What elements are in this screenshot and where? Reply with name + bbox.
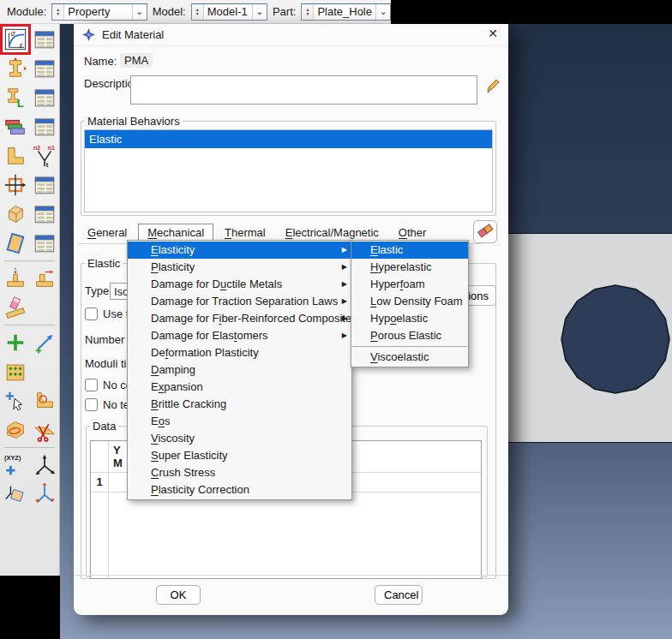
menubar-item-electrical-magnetic[interactable]: Electrical/Magnetic: [277, 224, 387, 241]
model-combo[interactable]: ▲▼ Model-1 ⌄: [191, 3, 267, 21]
menu-item-plasticity[interactable]: Plasticity▶: [128, 259, 351, 276]
module-combo[interactable]: ▲▼ Property ⌄: [51, 3, 147, 21]
create-section-icon[interactable]: [3, 56, 28, 81]
menu-item-damage-for-elastomers[interactable]: Damage for Elastomers▶: [128, 327, 351, 344]
menu-label-post: rittle Cracking: [159, 397, 226, 410]
assign-section-icon[interactable]: L: [3, 85, 28, 110]
menu-item-damping[interactable]: Damping: [128, 361, 351, 379]
menu-item-plasticity-correction[interactable]: Plasticity Correction: [128, 481, 351, 499]
submenu-item-hyperfoam[interactable]: Hyperfoam: [351, 276, 468, 293]
cut-geometry-icon[interactable]: [32, 417, 57, 443]
menu-item-deformation-plasticity[interactable]: Deformation Plasticity: [128, 344, 351, 361]
checkbox-icon[interactable]: [85, 379, 98, 391]
table-row-number: 1: [91, 473, 108, 491]
column-header-line2: M: [113, 457, 123, 469]
create-datum-axis-icon[interactable]: [32, 330, 57, 355]
submenu-arrow-icon: ▶: [342, 310, 347, 327]
table-column-header: Y M: [113, 444, 123, 469]
datum-point-xyz-icon[interactable]: (XYZ): [3, 452, 28, 478]
description-input[interactable]: [130, 75, 477, 105]
create-material-icon[interactable]: σε: [3, 27, 28, 52]
menu-item-damage-for-ductile-metals[interactable]: Damage for Ductile Metals▶: [128, 276, 351, 293]
menubar-item-other[interactable]: Other: [390, 224, 435, 241]
orientation-manager-icon[interactable]: [32, 201, 57, 227]
assign-material-orientation-icon[interactable]: [3, 201, 28, 227]
create-datum-point-icon[interactable]: [3, 330, 28, 355]
dropdown-icon[interactable]: ⌄: [375, 4, 390, 20]
delete-skin-stringer-icon[interactable]: [3, 295, 28, 320]
create-datum-plane-icon[interactable]: [3, 481, 28, 507]
checkbox-icon[interactable]: [85, 398, 98, 411]
create-stringer-icon[interactable]: [32, 266, 57, 291]
submenu-item-viscoelastic[interactable]: Viscoelastic: [351, 349, 468, 366]
create-partition-icon[interactable]: [3, 417, 28, 443]
material-name-value: PMA: [120, 53, 153, 68]
submenu-item-porous-elastic[interactable]: Porous Elastic: [351, 327, 468, 344]
beam-profile-manager-icon[interactable]: [32, 172, 57, 198]
create-skin-stringer-icon[interactable]: [3, 266, 28, 291]
section-assignment-manager-icon[interactable]: [32, 85, 57, 110]
dialog-titlebar[interactable]: Edit Material ✕: [74, 24, 508, 46]
submenu-item-low-density-foam[interactable]: Low Density Foam: [351, 293, 468, 310]
dialog-footer: OK Cancel: [74, 575, 508, 616]
behavior-item-elastic[interactable]: Elastic: [85, 130, 492, 148]
assign-beam-orientation-icon[interactable]: n2n1t: [32, 143, 57, 169]
create-round-fillet-icon[interactable]: [32, 388, 57, 414]
elastic-group-label: Elastic: [85, 257, 123, 270]
menubar-item-thermal[interactable]: Thermal: [216, 224, 274, 241]
menu-label-post: ber-Reinforced Composites: [221, 312, 357, 325]
part-combo[interactable]: ▲▼ Plate_Hole ⌄: [301, 3, 391, 21]
menubar-item-general[interactable]: General: [79, 224, 135, 241]
menubar-label-key: T: [225, 226, 231, 239]
spinner-icon[interactable]: ▲▼: [302, 4, 314, 20]
create-beam-profile-icon[interactable]: [3, 143, 28, 169]
svg-text:ε: ε: [20, 41, 23, 50]
submenu-item-hypoelastic[interactable]: Hypoelastic: [351, 310, 468, 327]
menubar-label-post: ther: [407, 226, 426, 239]
section-manager-icon[interactable]: [32, 56, 57, 81]
material-manager-icon[interactable]: [32, 27, 57, 52]
menu-item-brittle-cracking[interactable]: Brittle Cracking: [128, 396, 351, 413]
dropdown-icon[interactable]: ⌄: [252, 4, 267, 20]
menu-label-post: yperelastic: [378, 260, 431, 273]
edit-vertex-icon[interactable]: [3, 388, 28, 414]
table-column-divider: [108, 441, 109, 578]
menu-item-damage-for-fiber-reinforced-composites[interactable]: Damage for Fiber-Reinforced Composites▶: [128, 310, 351, 327]
skin-manager-icon[interactable]: [32, 230, 57, 256]
menu-item-eos[interactable]: Eos: [128, 413, 351, 430]
menu-label-post: orous Elastic: [378, 329, 441, 342]
menu-label-key: B: [151, 397, 159, 410]
composite-layup-manager-icon[interactable]: [32, 114, 57, 140]
menu-item-expansion[interactable]: Expansion: [128, 379, 351, 396]
data-group-label: Data: [90, 420, 118, 433]
checkbox-icon[interactable]: [85, 308, 98, 320]
menu-item-viscosity[interactable]: Viscosity: [128, 430, 351, 447]
menu-label-post: ctile Metals: [226, 278, 282, 290]
dropdown-icon[interactable]: ⌄: [132, 4, 147, 20]
material-behaviors-list[interactable]: Elastic: [84, 129, 493, 212]
spinner-icon[interactable]: ▲▼: [52, 4, 64, 20]
ok-button[interactable]: OK: [156, 585, 201, 605]
delete-behavior-button[interactable]: [473, 220, 497, 243]
create-skin-icon[interactable]: [3, 230, 28, 256]
create-composite-layup-icon[interactable]: [3, 114, 28, 140]
datum-csys-3points-icon[interactable]: [32, 481, 57, 507]
submenu-item-hyperelastic[interactable]: Hyperelastic: [351, 259, 468, 276]
menu-label-pre: Damage for Elas: [151, 329, 234, 342]
spinner-icon[interactable]: ▲▼: [192, 4, 204, 20]
menu-item-elasticity[interactable]: Elasticity▶: [128, 242, 351, 259]
create-datum-csys-icon[interactable]: [32, 452, 57, 478]
edit-description-icon[interactable]: [483, 77, 501, 96]
menubar-item-mechanical[interactable]: Mechanical: [138, 224, 213, 242]
submenu-item-elastic[interactable]: Elastic: [351, 242, 468, 259]
create-datum-point-pattern-icon[interactable]: [3, 359, 28, 385]
cancel-button[interactable]: Cancel: [375, 585, 423, 605]
context-bar: Module: ▲▼ Property ⌄ Model: ▲▼ Model-1 …: [0, 0, 391, 24]
menu-label-key: g: [181, 295, 187, 308]
menu-item-super-elasticity[interactable]: Super Elasticity: [128, 447, 351, 464]
toolbox-row: [0, 54, 59, 83]
close-icon[interactable]: ✕: [488, 27, 498, 40]
menu-item-crush-stress[interactable]: Crush Stress: [128, 464, 351, 481]
menu-item-damage-for-traction-separation-laws[interactable]: Damage for Traction Separation Laws▶: [128, 293, 351, 310]
assign-rebar-orientation-icon[interactable]: [3, 172, 28, 198]
